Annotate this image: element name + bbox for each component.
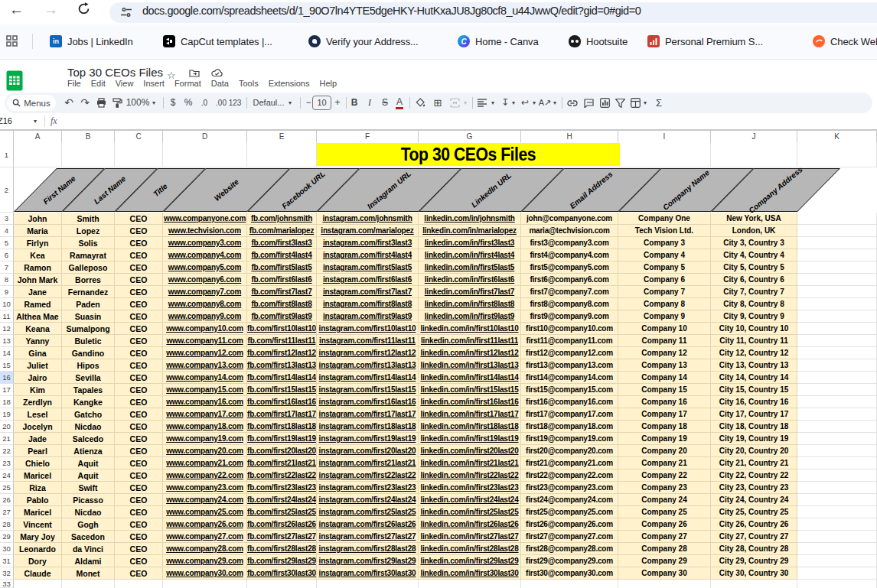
- cell-H8[interactable]: first6@company6.com: [521, 274, 618, 286]
- cell-A6[interactable]: Kea: [14, 249, 62, 262]
- cell-K31[interactable]: [797, 555, 877, 567]
- cell-C32[interactable]: CEO: [115, 567, 163, 580]
- cell-r1[interactable]: [14, 142, 62, 167]
- cell-D3[interactable]: www.companyone.com: [163, 213, 247, 225]
- row-header-2[interactable]: 2: [0, 167, 14, 213]
- cell-D17[interactable]: www.company15.com: [163, 384, 247, 396]
- cell-D29[interactable]: www.company27.com: [163, 531, 247, 543]
- cell-J4[interactable]: London, UK: [711, 225, 797, 237]
- cell-K28[interactable]: [797, 518, 877, 531]
- cell-B14[interactable]: Gandino: [62, 347, 115, 359]
- borders-icon[interactable]: ⊞: [430, 93, 445, 113]
- cell-J13[interactable]: City 11, Country 11: [711, 335, 797, 347]
- font-select[interactable]: Defaul...: [251, 93, 286, 113]
- cell-D12[interactable]: www.company10.com: [163, 323, 247, 335]
- cell-A17[interactable]: Kim: [14, 384, 62, 396]
- cell-G28[interactable]: linkedin.com/in/first26last26: [419, 518, 521, 531]
- cell-B12[interactable]: Sumalpong: [62, 323, 115, 335]
- cell-A29[interactable]: Mary Joy: [14, 531, 62, 543]
- cell-F11[interactable]: instagram.com/first9last9: [317, 310, 419, 323]
- cell-G27[interactable]: linkedin.com/in/first25last25: [419, 506, 521, 518]
- cell-J31[interactable]: City 29, Country 29: [711, 555, 797, 567]
- column-header-G[interactable]: G: [419, 130, 521, 143]
- cell-I8[interactable]: Company 6: [618, 274, 711, 286]
- cell-A32[interactable]: Claude: [14, 567, 62, 580]
- bookmark-home-canva[interactable]: C Home - Canva: [458, 34, 539, 49]
- format-currency[interactable]: $: [165, 93, 181, 113]
- column-header-C[interactable]: C: [115, 130, 163, 143]
- cell-D15[interactable]: www.company13.com: [163, 359, 247, 372]
- cell-C31[interactable]: CEO: [115, 555, 163, 567]
- bookmark-verify-address[interactable]: Verify your Address...: [308, 34, 419, 49]
- bookmark-capcut[interactable]: CapCut templates |...: [163, 34, 272, 49]
- row-header-18[interactable]: 18: [0, 396, 14, 408]
- cell-D23[interactable]: www.company21.com: [163, 457, 247, 469]
- cell-r33[interactable]: [14, 580, 62, 588]
- cell-J9[interactable]: City 7, Country 7: [711, 286, 797, 298]
- cell-I29[interactable]: Company 27: [618, 531, 711, 543]
- cell-I19[interactable]: Company 17: [618, 408, 711, 421]
- cell-G7[interactable]: linkedin.com/in/first5last5: [419, 262, 521, 274]
- cell-G4[interactable]: linkedin.com/in/marialopez: [419, 225, 521, 237]
- cell-r33[interactable]: [419, 580, 521, 588]
- cell-F14[interactable]: instagram.com/first12last12: [317, 347, 419, 359]
- cell-G23[interactable]: linkedin.com/in/first21last21: [419, 457, 521, 469]
- cell-r33[interactable]: [247, 580, 317, 588]
- cell-E26[interactable]: fb.com/first24last24: [247, 494, 317, 506]
- insert-link-icon[interactable]: [565, 93, 580, 113]
- cell-E6[interactable]: fb.com/first4last4: [247, 249, 317, 262]
- cell-C27[interactable]: CEO: [115, 506, 163, 518]
- menu-format[interactable]: Format: [174, 79, 201, 88]
- cell-J8[interactable]: City 6, Country 6: [711, 274, 797, 286]
- cell-A7[interactable]: Ramon: [14, 262, 62, 274]
- cell-E4[interactable]: fb.com/marialopez: [247, 225, 317, 237]
- cell-C19[interactable]: CEO: [115, 408, 163, 421]
- cell-B11[interactable]: Suasin: [62, 310, 115, 323]
- cell-K29[interactable]: [797, 531, 877, 543]
- cell-B24[interactable]: Aquit: [62, 469, 115, 482]
- cell-H24[interactable]: first22@company22.com: [521, 469, 618, 482]
- row-header-3[interactable]: 3: [0, 213, 14, 225]
- cell-F30[interactable]: instagram.com/first28last28: [317, 543, 419, 555]
- column-header-F[interactable]: F: [317, 130, 419, 143]
- cell-E9[interactable]: fb.com/first7last7: [247, 286, 317, 298]
- cell-I31[interactable]: Company 29: [618, 555, 711, 567]
- bookmark-hootsuite[interactable]: Hootsuite: [569, 34, 628, 49]
- cell-A12[interactable]: Keana: [14, 323, 62, 335]
- cell-J11[interactable]: City 9, Country 9: [711, 310, 797, 323]
- cell-G24[interactable]: linkedin.com/in/first22last22: [419, 469, 521, 482]
- cell-I22[interactable]: Company 20: [618, 445, 711, 457]
- more-formats[interactable]: 123: [225, 93, 245, 113]
- cell-I15[interactable]: Company 13: [618, 359, 711, 372]
- cell-H9[interactable]: first7@company7.com: [521, 286, 618, 298]
- cell-F7[interactable]: instagram.com/first5last5: [317, 262, 419, 274]
- cell-H27[interactable]: first25@company25.com: [521, 506, 618, 518]
- row-header-1[interactable]: 1: [0, 142, 14, 167]
- cell-H20[interactable]: first18@company18.com: [521, 421, 618, 433]
- cell-E14[interactable]: fb.com/first12last12: [247, 347, 317, 359]
- cell-H25[interactable]: first23@company23.com: [521, 482, 618, 494]
- row-header-10[interactable]: 10: [0, 298, 14, 310]
- cell-D7[interactable]: www.company5.com: [163, 262, 247, 274]
- site-info-icon[interactable]: [120, 6, 132, 21]
- print-icon[interactable]: [93, 93, 109, 113]
- cell-B19[interactable]: Gatcho: [62, 408, 115, 421]
- cell-H12[interactable]: first10@company10.com: [521, 323, 618, 335]
- cell-K23[interactable]: [797, 457, 877, 469]
- cell-I28[interactable]: Company 26: [618, 518, 711, 531]
- cell-H21[interactable]: first19@company19.com: [521, 433, 618, 445]
- horizontal-align-icon[interactable]: [475, 93, 489, 113]
- cell-I13[interactable]: Company 11: [618, 335, 711, 347]
- filter-icon[interactable]: [612, 93, 628, 113]
- cell-B29[interactable]: Sacedon: [62, 531, 115, 543]
- cell-D32[interactable]: www.company30.com: [163, 567, 247, 580]
- cell-F13[interactable]: instagram.com/first11last11: [317, 335, 419, 347]
- cell-A5[interactable]: Firlyn: [14, 237, 62, 249]
- cell-B20[interactable]: Nicdao: [62, 421, 115, 433]
- row-header-29[interactable]: 29: [0, 531, 14, 543]
- cell-G17[interactable]: linkedin.com/in/first15last15: [419, 384, 521, 396]
- cell-G12[interactable]: linkedin.com/in/first10last10: [419, 323, 521, 335]
- cell-A23[interactable]: Chielo: [14, 457, 62, 469]
- cell-D21[interactable]: www.company19.com: [163, 433, 247, 445]
- cell-J10[interactable]: City 8, Country 8: [711, 298, 797, 310]
